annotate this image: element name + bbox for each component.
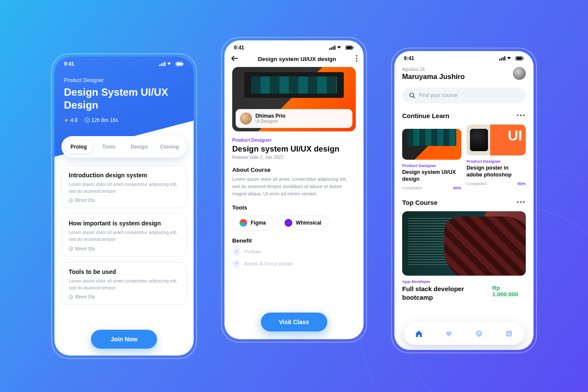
rating: ★4.9 [64, 117, 78, 123]
tabs: Prolog Tools Design Closing [61, 136, 187, 158]
nav-stats-icon[interactable] [505, 329, 513, 338]
course-category: Product Designer [232, 137, 356, 143]
card-percent: 80% [518, 181, 526, 186]
tool-whimsical[interactable]: Whimsical [277, 215, 328, 231]
avatar[interactable] [513, 67, 526, 80]
svg-rect-1 [161, 64, 162, 66]
course-detail-screen: 9:41 Product Designer Design System UI/U… [55, 57, 194, 356]
status-time: 9:41 [64, 61, 74, 67]
clock-icon [69, 295, 73, 299]
lesson-card[interactable]: Tools to be used Lorem ipsum dolor sit a… [61, 262, 187, 305]
svg-rect-6 [183, 63, 184, 65]
lesson-title: Tools to be used [69, 268, 179, 275]
page-title: Design system UI/UX design [258, 56, 336, 62]
about-text: Lorem ipsum dolor sit amet, consectetur … [232, 176, 356, 198]
svg-point-16 [356, 60, 357, 61]
search-placeholder: Find your course [419, 92, 457, 98]
tab-closing[interactable]: Closing [156, 140, 184, 153]
card-title: Design poster in adobe photoshop [467, 164, 526, 179]
back-button[interactable] [230, 55, 238, 63]
svg-rect-9 [333, 46, 334, 50]
status-time: 9:41 [234, 45, 244, 51]
continue-heading: Continue Learn [402, 112, 449, 119]
more-icon[interactable]: ··· [517, 111, 526, 120]
nav-favorites-icon[interactable] [445, 329, 453, 338]
nav-home-icon[interactable] [415, 329, 423, 338]
author-chip[interactable]: Dhimas Prio UI Designer [236, 109, 352, 128]
lesson-list: Introduction design system Lorem ipsum d… [55, 158, 194, 356]
status-indicators [499, 56, 524, 61]
lesson-card[interactable]: How important is system design Lorem ips… [61, 213, 187, 257]
author-name: Dhimas Prio [255, 113, 285, 119]
card-category: Product Designer [402, 163, 461, 168]
course-card[interactable]: Product Designer Design system UI/UX des… [402, 125, 461, 191]
release-date: Release date 2, Jan 2022 [232, 155, 356, 160]
lesson-title: Introduction design system [69, 172, 179, 179]
svg-rect-2 [163, 63, 164, 66]
status-bar: 9:41 [224, 40, 364, 53]
status-indicators [159, 61, 184, 67]
svg-rect-7 [329, 48, 330, 50]
lesson-card[interactable]: Introduction design system Lorem ipsum d… [61, 165, 187, 209]
status-bar: 9:41 [64, 57, 184, 70]
svg-rect-23 [523, 58, 524, 59]
top-course-cover[interactable] [402, 211, 526, 276]
lesson-title: How important is system design [69, 220, 179, 227]
tools-heading: Tools [232, 204, 356, 211]
svg-point-14 [356, 55, 357, 56]
status-time: 9:41 [404, 55, 414, 61]
card-status: Completed [467, 181, 486, 186]
star-icon: ★ [64, 117, 69, 123]
card-category: Product Designer [467, 159, 526, 164]
top-course-title: Full stack developer bootcamp [402, 285, 492, 301]
svg-rect-0 [159, 64, 161, 66]
svg-rect-12 [346, 46, 352, 49]
card-status: Completed [402, 185, 422, 190]
benefit-list: ✓Portfolio ✓Assets & Group private [232, 247, 356, 268]
tab-tools[interactable]: Tools [95, 140, 123, 153]
clock-icon [69, 246, 73, 251]
course-category: Product Designer [64, 77, 184, 83]
svg-point-24 [410, 93, 414, 97]
thumbnail [402, 129, 461, 160]
duration: 12h 8m 16s [85, 117, 118, 123]
more-icon[interactable]: ··· [517, 198, 526, 207]
tab-design[interactable]: Design [125, 140, 153, 153]
benefit-heading: Benefit [232, 237, 356, 244]
search-input[interactable]: Find your course [402, 88, 526, 103]
nav-settings-icon[interactable] [475, 329, 483, 338]
tab-prolog[interactable]: Prolog [65, 140, 93, 153]
home-screen: 9:41 Agustus 16 Maruyama Jushiro Find yo… [394, 51, 533, 350]
svg-point-15 [356, 58, 357, 59]
svg-rect-13 [353, 47, 354, 49]
clock-icon [85, 118, 90, 123]
svg-rect-3 [164, 62, 166, 66]
whimsical-icon [285, 219, 292, 227]
course-card[interactable]: Product Designer Design poster in adobe … [467, 125, 526, 191]
user-name: Maruyama Jushiro [402, 73, 465, 81]
top-course-heading: Top Course [402, 199, 437, 206]
top-course-category: App developer [402, 279, 526, 284]
svg-rect-10 [334, 46, 336, 50]
lesson-desc: Lorem ipsum dolor sit amet consectetur a… [69, 181, 179, 195]
check-icon: ✓ [232, 259, 241, 268]
figma-icon [239, 219, 247, 227]
join-now-button[interactable]: Join Now [91, 330, 157, 349]
svg-point-25 [478, 332, 480, 334]
svg-rect-5 [176, 63, 182, 65]
clock-icon [69, 198, 73, 203]
more-icon[interactable] [356, 55, 358, 64]
visit-class-button[interactable]: Visit Class [261, 313, 327, 331]
search-icon [409, 92, 415, 99]
course-title: Design System UI/UX Design [64, 86, 184, 112]
card-title: Design system UI/UX design [402, 169, 461, 183]
bottom-nav [404, 322, 524, 345]
lesson-desc: Lorem ipsum dolor sit amet consectetur a… [69, 278, 179, 292]
svg-rect-19 [503, 57, 504, 61]
course-about-screen: 9:41 Design system UI/UX design Dhimas P… [224, 40, 364, 339]
course-title: Design system UI/UX design [232, 144, 356, 154]
tool-figma[interactable]: Figma [232, 215, 273, 231]
course-cover: Dhimas Prio UI Designer [232, 67, 356, 131]
avatar [240, 112, 252, 125]
status-bar: 9:41 [394, 51, 533, 64]
